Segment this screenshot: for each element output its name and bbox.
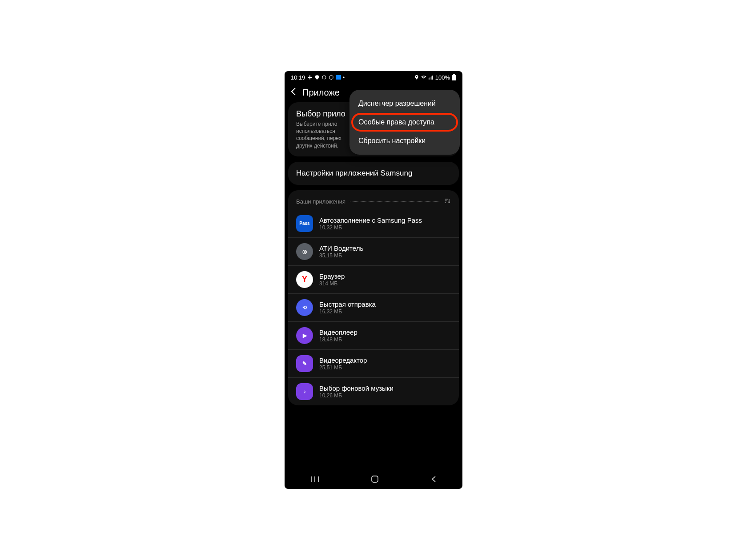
app-size: 18,48 МБ bbox=[319, 336, 451, 343]
app-name: Браузер bbox=[319, 272, 451, 280]
app-icon: ♪ bbox=[296, 383, 313, 400]
battery-icon bbox=[452, 74, 456, 80]
menu-reset-settings[interactable]: Сбросить настройки bbox=[349, 132, 460, 150]
svg-rect-5 bbox=[430, 77, 430, 80]
phone-frame: 10:19 • 10 bbox=[285, 71, 462, 489]
app-row[interactable]: ◎АТИ Водитель35,15 МБ bbox=[288, 237, 459, 265]
app-text: Быстрая отправка16,32 МБ bbox=[319, 300, 451, 315]
hex-icon bbox=[329, 75, 334, 80]
app-name: Видеоплеер bbox=[319, 328, 451, 336]
app-text: Видеоплеер18,48 МБ bbox=[319, 328, 451, 343]
page-title: Приложе bbox=[302, 88, 340, 98]
app-name: Выбор фоновой музыки bbox=[319, 384, 451, 392]
status-left: 10:19 • bbox=[291, 74, 345, 81]
status-bar: 10:19 • 10 bbox=[285, 71, 462, 84]
location-icon bbox=[414, 75, 419, 80]
apps-list-title: Ваши приложения bbox=[296, 198, 345, 205]
loading-icon bbox=[321, 75, 327, 80]
app-icon: ◎ bbox=[296, 243, 313, 260]
app-row[interactable]: ⟲Быстрая отправка16,32 МБ bbox=[288, 293, 459, 321]
overflow-menu: Диспетчер разрешений Особые права доступ… bbox=[349, 90, 460, 155]
app-row[interactable]: ✎Видеоредактор25,51 МБ bbox=[288, 349, 459, 377]
svg-marker-3 bbox=[329, 75, 333, 80]
apps-container: PassАвтозаполнение с Samsung Pass10,32 М… bbox=[288, 210, 459, 405]
app-name: АТИ Водитель bbox=[319, 244, 451, 252]
app-text: Выбор фоновой музыки10,26 МБ bbox=[319, 384, 451, 399]
wifi-icon bbox=[421, 75, 426, 80]
svg-rect-16 bbox=[372, 476, 378, 482]
app-text: АТИ Водитель35,15 МБ bbox=[319, 244, 451, 259]
battery-text: 100% bbox=[435, 74, 450, 81]
app-row[interactable]: ♪Выбор фоновой музыки10,26 МБ bbox=[288, 377, 459, 405]
apps-list-header: Ваши приложения bbox=[288, 196, 459, 210]
dot-icon: • bbox=[343, 74, 345, 81]
svg-rect-6 bbox=[431, 76, 432, 80]
app-size: 25,51 МБ bbox=[319, 364, 451, 371]
home-button[interactable] bbox=[371, 475, 379, 485]
app-text: Браузер314 МБ bbox=[319, 272, 451, 287]
dotted-divider bbox=[350, 201, 439, 202]
menu-item-label: Особые права доступа bbox=[358, 118, 434, 126]
navigation-bar bbox=[285, 471, 462, 489]
app-size: 16,32 МБ bbox=[319, 308, 451, 315]
nav-back-button[interactable] bbox=[430, 475, 437, 485]
app-icon bbox=[336, 75, 341, 80]
app-size: 10,26 МБ bbox=[319, 392, 451, 399]
app-size: 35,15 МБ bbox=[319, 252, 451, 259]
app-name: Быстрая отправка bbox=[319, 300, 451, 308]
menu-item-label: Диспетчер разрешений bbox=[358, 100, 436, 107]
app-size: 10,32 МБ bbox=[319, 224, 451, 231]
recents-button[interactable] bbox=[310, 476, 319, 485]
back-button[interactable] bbox=[291, 87, 296, 98]
menu-permission-manager[interactable]: Диспетчер разрешений bbox=[349, 94, 460, 113]
app-row[interactable]: ▶Видеоплеер18,48 МБ bbox=[288, 321, 459, 349]
slack-icon bbox=[307, 75, 313, 80]
app-text: Видеоредактор25,51 МБ bbox=[319, 356, 451, 371]
svg-rect-7 bbox=[432, 76, 433, 80]
app-name: Видеоредактор bbox=[319, 356, 451, 364]
app-text: Автозаполнение с Samsung Pass10,32 МБ bbox=[319, 216, 451, 231]
content-area: Выбор прило Выберите прило использоватьс… bbox=[285, 102, 462, 471]
app-icon: ▶ bbox=[296, 327, 313, 344]
shield-icon bbox=[314, 75, 320, 80]
app-size: 314 МБ bbox=[319, 280, 451, 287]
svg-point-2 bbox=[322, 76, 326, 79]
app-name: Автозаполнение с Samsung Pass bbox=[319, 216, 451, 224]
status-right: 100% bbox=[414, 74, 456, 81]
app-icon: ✎ bbox=[296, 355, 313, 372]
menu-special-access[interactable]: Особые права доступа bbox=[349, 113, 460, 132]
app-row[interactable]: YБраузер314 МБ bbox=[288, 265, 459, 293]
apps-list-card: Ваши приложения PassАвтозаполнение с Sam… bbox=[288, 190, 459, 405]
menu-item-label: Сбросить настройки bbox=[358, 137, 426, 144]
samsung-settings-title: Настройки приложений Samsung bbox=[296, 169, 451, 178]
app-icon: Pass bbox=[296, 215, 313, 232]
app-row[interactable]: PassАвтозаполнение с Samsung Pass10,32 М… bbox=[288, 210, 459, 237]
svg-rect-8 bbox=[452, 75, 456, 80]
sort-icon[interactable] bbox=[444, 197, 451, 206]
svg-rect-9 bbox=[453, 74, 455, 75]
svg-rect-4 bbox=[429, 78, 430, 80]
samsung-settings-card[interactable]: Настройки приложений Samsung bbox=[288, 162, 459, 185]
app-icon: Y bbox=[296, 271, 313, 288]
signal-icon bbox=[428, 75, 434, 80]
app-icon: ⟲ bbox=[296, 299, 313, 316]
status-time: 10:19 bbox=[291, 74, 305, 81]
svg-rect-1 bbox=[309, 76, 310, 80]
